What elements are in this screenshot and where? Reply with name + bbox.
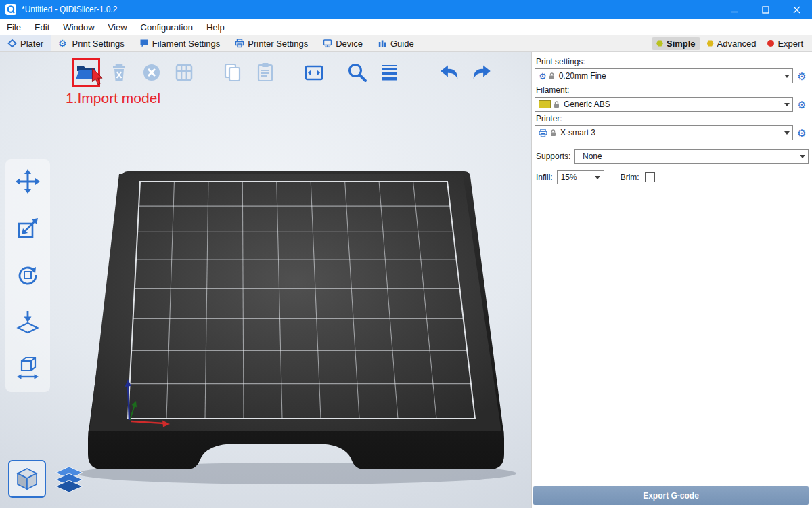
filament-label: Filament: <box>536 85 809 95</box>
simple-mode-icon <box>656 40 663 47</box>
delete-all-button[interactable] <box>138 59 165 86</box>
plater-toolbar <box>72 58 495 87</box>
mouse-cursor-icon <box>91 68 104 88</box>
scale-button[interactable] <box>14 214 42 242</box>
printer-gear-button[interactable]: ⚙ <box>795 128 809 138</box>
print-settings-combo[interactable]: ⚙ 0.20mm Fine <box>535 68 793 83</box>
undo-button[interactable] <box>436 59 463 86</box>
mode-advanced[interactable]: Advanced <box>702 37 761 50</box>
import-annotation: 1.Import model <box>66 90 160 106</box>
filament-gear-button[interactable]: ⚙ <box>795 100 809 110</box>
move-button[interactable] <box>14 167 42 196</box>
printer-icon <box>539 129 547 137</box>
gear-icon: ⚙ <box>539 72 547 81</box>
window-title: *Untitled - QIDISlicer-1.0.2 <box>22 5 117 14</box>
infill-label: Infill: <box>536 173 553 182</box>
search-button[interactable] <box>344 59 371 86</box>
printer-combo[interactable]: X-smart 3 <box>535 125 793 140</box>
brim-label: Brim: <box>621 173 639 182</box>
maximize-button[interactable] <box>750 0 781 19</box>
menu-item-help[interactable]: Help <box>200 19 231 35</box>
menu-item-file[interactable]: File <box>0 19 28 35</box>
device-monitor-icon <box>323 39 332 48</box>
supports-label: Supports: <box>536 152 573 161</box>
tab-filament-settings[interactable]: Filament Settings <box>132 35 227 51</box>
filament-combo[interactable]: Generic ABS <box>535 97 793 112</box>
arrange-button[interactable] <box>171 59 198 86</box>
lock-icon <box>550 129 556 137</box>
tab-print-settings[interactable]: ⚙ Print Settings <box>51 35 132 51</box>
supports-combo[interactable]: None <box>574 149 809 164</box>
chevron-down-icon <box>796 150 808 163</box>
menu-item-configuration[interactable]: Configuration <box>134 19 200 35</box>
split-objects-button[interactable] <box>300 59 328 86</box>
delete-icon <box>108 61 131 84</box>
scale-icon <box>14 215 41 242</box>
app-logo-icon <box>5 4 16 15</box>
chevron-down-icon <box>781 69 792 83</box>
measure-icon <box>14 355 41 382</box>
copy-icon <box>221 61 244 84</box>
menu-item-view[interactable]: View <box>102 19 134 35</box>
3d-viewport[interactable]: 1.Import model <box>0 52 531 508</box>
redo-icon <box>470 62 493 83</box>
place-on-face-button[interactable] <box>14 308 42 336</box>
delete-all-icon <box>140 61 163 84</box>
lock-icon <box>549 72 555 80</box>
mode-simple[interactable]: Simple <box>652 37 700 50</box>
minimize-button[interactable] <box>719 0 750 19</box>
infill-combo[interactable]: 15% <box>557 170 604 184</box>
move-icon <box>14 168 41 195</box>
tab-plater[interactable]: Plater <box>0 35 51 51</box>
redo-button[interactable] <box>468 59 495 86</box>
delete-button[interactable] <box>106 59 133 86</box>
supports-value: None <box>583 152 602 161</box>
paste-icon <box>254 61 277 84</box>
lock-icon <box>554 101 560 108</box>
variable-layer-height-icon <box>378 61 401 84</box>
mode-expert[interactable]: Expert <box>763 37 808 50</box>
filament-value: Generic ABS <box>564 100 610 109</box>
tab-printer-settings[interactable]: Printer Settings <box>227 35 315 51</box>
rotate-icon <box>14 261 41 289</box>
close-button[interactable] <box>781 0 812 19</box>
undo-icon <box>438 62 461 83</box>
paste-button[interactable] <box>252 59 279 86</box>
preview-layers-icon <box>53 465 85 494</box>
settings-sidebar: Print settings: ⚙ 0.20mm Fine ⚙ Filament… <box>531 52 812 508</box>
expert-mode-icon <box>767 40 774 47</box>
measure-button[interactable] <box>14 354 42 383</box>
filament-color-swatch <box>539 100 551 108</box>
preview-view-button[interactable] <box>53 465 85 494</box>
infill-value: 15% <box>561 173 577 182</box>
chevron-down-icon <box>781 98 792 111</box>
copy-button[interactable] <box>219 59 246 86</box>
tab-bar: Plater ⚙ Print Settings Filament Setting… <box>0 35 812 52</box>
advanced-mode-icon <box>707 40 714 47</box>
printer-value: X-smart 3 <box>560 128 595 137</box>
gizmo-toolbar <box>5 159 50 392</box>
print-settings-gear-button[interactable]: ⚙ <box>795 71 809 81</box>
mode-switcher: Simple Advanced Expert <box>652 35 812 51</box>
tab-guide[interactable]: Guide <box>370 35 422 51</box>
guide-icon <box>378 39 387 48</box>
print-settings-value: 0.20mm Fine <box>559 71 606 81</box>
filament-icon <box>139 39 149 48</box>
menu-bar: File Edit Window View Configuration Help <box>0 19 812 35</box>
plater-icon <box>7 39 17 48</box>
title-bar: *Untitled - QIDISlicer-1.0.2 <box>0 0 812 19</box>
export-gcode-button[interactable]: Export G-code <box>533 486 809 505</box>
variable-layer-height-button[interactable] <box>376 59 403 86</box>
print-bed[interactable] <box>0 52 531 508</box>
qidislicer-window: *Untitled - QIDISlicer-1.0.2 File Edit W… <box>0 0 812 508</box>
3d-editor-view-button[interactable] <box>8 460 46 498</box>
printer-icon <box>235 39 244 48</box>
menu-item-edit[interactable]: Edit <box>28 19 56 35</box>
3d-editor-cube-icon <box>14 465 41 492</box>
menu-item-window[interactable]: Window <box>56 19 101 35</box>
brim-checkbox[interactable] <box>645 172 655 182</box>
rotate-button[interactable] <box>14 261 42 289</box>
place-on-face-icon <box>14 308 41 335</box>
print-settings-label: Print settings: <box>536 57 809 66</box>
tab-device[interactable]: Device <box>315 35 370 51</box>
